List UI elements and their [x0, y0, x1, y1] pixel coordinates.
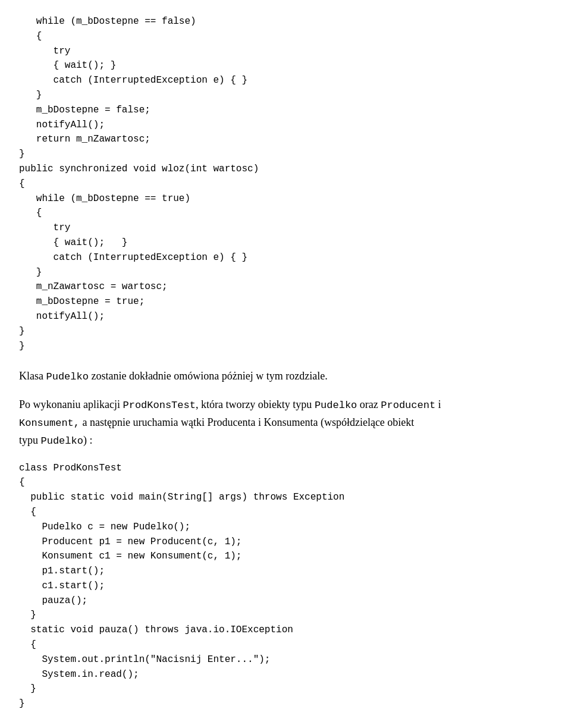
prose-text-2a: Po wykonaniu aplikacji [19, 398, 123, 410]
code-section-2: class ProdKonsTest { public static void … [19, 461, 552, 712]
prose-text-1b: zostanie dokładnie omówiona póżniej w ty… [89, 370, 328, 382]
prose-code-1: Pudelko [46, 371, 88, 382]
bottom-paragraph: Na ekranie otrzymamy: [19, 726, 552, 728]
prose-code-2a: ProdKonsTest [123, 400, 195, 411]
prose-text-2c: oraz [357, 398, 381, 410]
prose-code-2d: Konsument, [19, 418, 80, 429]
prose-code-2c: Producent [381, 400, 435, 411]
prose-paragraph-2: Po wykonaniu aplikacji ProdKonsTest, któ… [19, 396, 552, 450]
code-block-2: class ProdKonsTest { public static void … [19, 461, 552, 712]
prose-text-2g: ) : [83, 434, 93, 446]
prose-code-2e: Pudelko [41, 435, 83, 447]
prose-paragraph-1: Klasa Pudelko zostanie dokładnie omówion… [19, 368, 552, 385]
prose-code-2b: Pudelko [315, 400, 357, 411]
prose-text-2f: typu [19, 434, 41, 446]
prose-text-2b: , która tworzy obiekty typu [196, 398, 315, 410]
prose-text-1a: Klasa [19, 370, 46, 382]
code-block-1: while (m_bDostepne == false) { try { wai… [19, 14, 552, 353]
prose-text-2e: a następnie uruchamia wątki Producenta i… [80, 416, 414, 428]
code-section-1: while (m_bDostepne == false) { try { wai… [19, 14, 552, 353]
prose-text-2d: i [435, 398, 441, 410]
